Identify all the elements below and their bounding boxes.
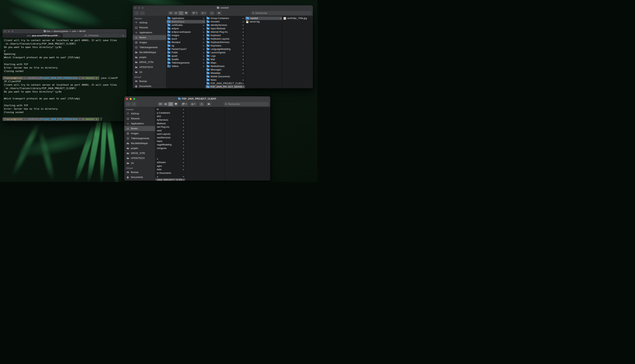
share-button[interactable] [209, 11, 215, 15]
sidebar-item-documents[interactable]: Documents [133, 84, 166, 88]
sidebar-item-ma-biblioth-que[interactable]: Ma bibliothèque [133, 50, 166, 55]
column-view-button[interactable] [168, 102, 173, 106]
list-view-button[interactable] [173, 11, 178, 15]
sidebar-item-images[interactable]: Images [133, 40, 166, 45]
finder-column-item[interactable]: certificates▶ [166, 24, 205, 27]
column-view-button[interactable] [178, 11, 184, 15]
finder-column-item[interactable]: eclipse▶ [166, 27, 205, 30]
minimize-button[interactable] [138, 7, 140, 9]
finder-column-item[interactable]: IdentityServices▶ [205, 24, 245, 27]
finder-column-item[interactable]: LaunchAgents▶ [205, 51, 245, 54]
finder-column-item[interactable]: ▶ [155, 154, 185, 157]
finder-column-item[interactable]: uageModeling▶ [155, 143, 185, 146]
finder-column-item[interactable]: s▶ [155, 175, 185, 178]
back-button[interactable]: ‹ [126, 102, 131, 106]
finder-column-item[interactable]: Mobile Documents [205, 75, 245, 78]
finder-column-item[interactable]: quant▶ [166, 54, 205, 58]
finder-column-item[interactable]: Group Containers▶ [205, 16, 245, 20]
sidebar-item-drive-stri[interactable]: DRIVE_STRI [133, 60, 166, 65]
new-tab-button[interactable]: + [120, 34, 127, 38]
terminal-titlebar[interactable]: bin — flavien@pluto — -zsh — 80×24 [3, 29, 127, 34]
search-field[interactable]: Rechercher [223, 102, 269, 106]
sidebar-item-applications[interactable]: Applications [124, 121, 155, 126]
finder-column-item[interactable]: net Plug-Ins▶ [155, 125, 185, 129]
sidebar-item-bureau[interactable]: Bureau [133, 79, 166, 84]
list-view-button[interactable] [163, 102, 168, 106]
finder-column-item[interactable]: Mail▶ [205, 58, 245, 61]
terminal-tab-inactive[interactable]: ..2P_STRI2A/bin [63, 34, 120, 38]
finder-column-item[interactable]: Keyboard▶ [205, 34, 245, 37]
finder-column-item[interactable]: lauch▶ [166, 37, 205, 40]
finder-column-item[interactable]: p Containers▶ [155, 111, 185, 115]
finder-column-item[interactable]: server.log [245, 20, 282, 24]
sidebar-item-drive-stri[interactable]: DRIVE_STRI [124, 151, 155, 156]
terminal-output[interactable]: Client will try to contact server at loc… [3, 38, 127, 121]
zoom-button[interactable] [133, 98, 135, 100]
action-menu-button[interactable]: ⚙▼ [200, 11, 207, 15]
finder-column-item[interactable]: MediaStream▶ [205, 64, 245, 68]
finder-column-item[interactable]: Messages▶ [205, 68, 245, 72]
gallery-view-button[interactable] [173, 102, 178, 106]
zoom-button[interactable] [142, 7, 144, 9]
finder-column-item[interactable]: HomeKit▶ [205, 20, 245, 24]
finder-column-item[interactable]: Input Methods▶ [205, 27, 245, 30]
forward-button[interactable]: › [132, 102, 136, 106]
finder-column-item[interactable]: P2P_JAVA_PROJECT_CLIENT▶ [205, 82, 245, 85]
sidebar-item-bureau[interactable]: Bureau [124, 170, 155, 175]
sidebar-item-upssitech[interactable]: UPSSITECH [124, 156, 155, 161]
sidebar-item-flavien[interactable]: flavien [124, 126, 155, 131]
group-by-button[interactable]: ▼ [181, 102, 188, 106]
finder-column-item[interactable]: oard Layouts▶ [155, 132, 185, 136]
finder-column-item[interactable]: ages▶ [155, 164, 185, 168]
sidebar-item-flavien[interactable]: flavien [133, 35, 166, 40]
close-button[interactable] [4, 30, 6, 32]
sidebar-item-t-l-chargements[interactable]: Téléchargements [133, 45, 166, 50]
finder-column-item[interactable]: le Documents [155, 171, 185, 175]
terminal-tab-active[interactable]: java java serverP2P.ServerP2P ... [3, 34, 63, 38]
sidebar-item-2a[interactable]: 2A [124, 161, 155, 166]
icon-view-button[interactable] [158, 102, 163, 106]
finder-column-item[interactable]: seeded▶ [245, 16, 282, 20]
finder-column-item[interactable]: PacketTracer7▶ [166, 48, 205, 51]
search-field[interactable]: Rechercher [251, 11, 311, 15]
finder-column-item[interactable]: ityServices▶ [155, 118, 185, 122]
finder-column-item[interactable]: am5G8jv_700b.jpg [282, 16, 313, 20]
finder-column-item[interactable]: oard▶ [155, 129, 185, 132]
sidebar-item-r-cents[interactable]: Récents [124, 116, 155, 121]
icon-view-button[interactable] [168, 11, 173, 15]
close-button[interactable] [134, 7, 136, 9]
minimize-button[interactable] [8, 30, 10, 32]
zoom-button[interactable] [12, 30, 14, 32]
forward-button[interactable]: › [140, 11, 145, 15]
sidebar-item-applications[interactable]: Applications [133, 30, 166, 35]
finder-column-item[interactable]: KeyboardServices▶ [205, 40, 245, 44]
finder-column-item[interactable]: ↓Téléchargements▶ [166, 61, 205, 64]
finder-column-item[interactable]: ♪Musique▶ [166, 40, 205, 44]
finder-column-item[interactable]: eKit▶ [155, 114, 185, 118]
close-button[interactable] [126, 98, 128, 100]
finder-column-item[interactable]: Keyboard Layouts▶ [205, 37, 245, 40]
finder-column-item[interactable]: s▶ [155, 157, 185, 161]
sidebar-item-r-cents[interactable]: Récents [133, 25, 166, 30]
finder-column-item[interactable]: JAVA_PROJECT_CLIENT▶ [155, 178, 185, 181]
finder-column-item[interactable]: ⅢBibliothèque▶ [166, 20, 205, 24]
finder-column-item[interactable]: News▶ [205, 78, 245, 82]
sidebar-item-t-l-chargements[interactable]: Téléchargements [124, 136, 155, 141]
sidebar-item-airdrop[interactable]: AirDrop [133, 20, 166, 25]
sidebar-item-projets[interactable]: projets [133, 55, 166, 60]
finder-titlebar[interactable]: P2P_JAVA_PROJECT_CLIENT [124, 96, 270, 101]
finder-column-item[interactable]: ◉Images▶ [166, 34, 205, 37]
finder-column-item[interactable]: hains▶ [155, 139, 185, 143]
finder-column-item[interactable]: data▶ [155, 168, 185, 171]
finder-column-item[interactable]: Methods▶ [155, 122, 185, 125]
sidebar-item-ma-biblioth-que[interactable]: Ma bibliothèque [124, 141, 155, 146]
gallery-view-button[interactable] [184, 11, 189, 15]
finder-column-item[interactable]: Keychains▶ [205, 44, 245, 48]
sidebar-item-images[interactable]: Images [124, 131, 155, 136]
finder-column-item[interactable]: eclipse-workspace▶ [166, 30, 205, 34]
share-button[interactable] [199, 102, 204, 106]
tag-button[interactable] [206, 102, 211, 106]
group-by-button[interactable]: ▼ [191, 11, 198, 15]
finder-column-item[interactable]: ▦Vidéos▶ [166, 64, 205, 68]
minimize-button[interactable] [130, 98, 132, 100]
